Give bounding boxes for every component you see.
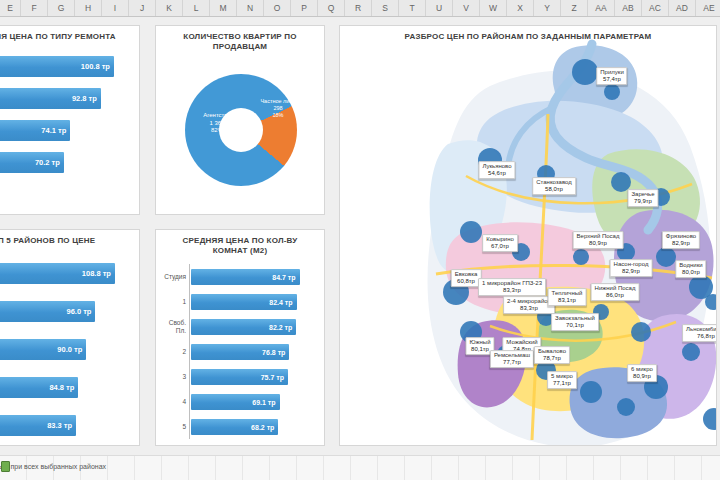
bar-row: 96.0 тр (0, 292, 129, 330)
category-label: Студия (162, 273, 189, 280)
bottom-grid-strip: только при всех выбранных районах (0, 455, 720, 480)
map-bubble (604, 84, 620, 100)
bar-row: Студия84.7 тр (162, 264, 314, 289)
column-header-T[interactable]: T (399, 0, 426, 16)
bar-row: 84.8 тр (0, 368, 129, 406)
bar: 68.2 тр (191, 419, 278, 435)
bar-row: Своб. Пл.82.2 тр (162, 314, 314, 339)
map-district-label: 6 микро80,9тр (627, 364, 657, 382)
map-bubble (631, 322, 651, 342)
chart-title: СРЕДНЯЯ ЦЕНА ПО ТИПУ РЕМОНТА (0, 32, 139, 42)
bar: 90.0 тр (0, 339, 86, 360)
sheet-area[interactable]: СРЕДНЯЯ ЦЕНА ПО ТИПУ РЕМОНТА 100.8 тр92.… (0, 17, 720, 480)
bar: 82.4 тр (191, 294, 297, 310)
column-header-AE[interactable]: AE (696, 0, 720, 16)
bar-row: 100.8 тр (0, 50, 129, 82)
column-header-AD[interactable]: AD (669, 0, 696, 16)
column-header-E[interactable]: E (0, 0, 21, 16)
column-headers: EFGHIJKLMNOPQRSTUVWXYZAAABACADAE (0, 0, 720, 17)
bar-row: 108.8 тр (0, 254, 129, 292)
bar-row: 469.1 тр (162, 389, 314, 414)
green-marker-icon (1, 461, 10, 472)
map-district-label: Насон-город82,9тр (610, 259, 653, 277)
bar: 84.8 тр (0, 377, 78, 398)
segment-label-private: Частное лицо 298 18% (259, 98, 297, 119)
bar-row: 375.7 тр (162, 364, 314, 389)
column-header-V[interactable]: V (453, 0, 480, 16)
map-district-label: Нижний Посад86,0тр (591, 283, 640, 301)
bar-value-label: 84.7 тр (272, 273, 295, 280)
map-bubble (617, 398, 635, 416)
bar-value-label: 82.4 тр (269, 298, 292, 305)
column-header-I[interactable]: I (102, 0, 129, 16)
donut-chart: Агентство 1 367 82% Частное лицо 298 18% (185, 74, 297, 186)
chart-price-by-rooms[interactable]: СРЕДНЯЯ ЦЕНА ПО КОЛ-ВУ КОМНАТ (М2) Студи… (155, 229, 325, 446)
bar-row: 90.0 тр (0, 330, 129, 368)
column-header-G[interactable]: G (48, 0, 75, 16)
bar-value-label: 83.3 тр (47, 421, 72, 430)
column-header-F[interactable]: F (21, 0, 48, 16)
bar-plot: 108.8 тр96.0 тр90.0 тр84.8 тр83.3 тр (0, 246, 139, 444)
column-header-O[interactable]: O (264, 0, 291, 16)
column-header-Z[interactable]: Z (561, 0, 588, 16)
map-bubble (682, 343, 700, 361)
bar-plot: 100.8 тр92.8 тр74.1 тр70.2 тр (0, 42, 139, 178)
column-header-R[interactable]: R (345, 0, 372, 16)
map-district-label: Евковка60,8тр (451, 269, 482, 287)
chart-repair-price[interactable]: СРЕДНЯЯ ЦЕНА ПО ТИПУ РЕМОНТА 100.8 тр92.… (0, 25, 140, 215)
column-header-N[interactable]: N (237, 0, 264, 16)
chart-title: КОЛИЧЕСТВО КВАРТИР ПО ПРОДАВЦАМ (156, 32, 324, 52)
bar: 83.3 тр (0, 415, 76, 436)
column-header-P[interactable]: P (291, 0, 318, 16)
chart-top5-districts[interactable]: ТОП 5 РАЙОНОВ ПО ЦЕНЕ 108.8 тр96.0 тр90.… (0, 229, 140, 446)
bar: 76.8 тр (191, 344, 289, 360)
map-bubble (460, 221, 482, 243)
map-bubble (656, 247, 676, 267)
map-district-label: 1 микрорайон ГПЗ-2383,3тр (478, 278, 546, 296)
bar: 75.7 тр (191, 369, 288, 385)
bar: 70.2 тр (0, 152, 64, 173)
bar-value-label: 92.8 тр (72, 94, 97, 103)
column-header-J[interactable]: J (129, 0, 156, 16)
bar-plot: Студия84.7 тр182.4 трСвоб. Пл.82.2 тр276… (156, 256, 324, 439)
column-header-AA[interactable]: AA (588, 0, 615, 16)
map-bubble (705, 294, 717, 310)
map-district-label: Верхний Посад80,9тр (573, 231, 624, 249)
column-header-K[interactable]: K (156, 0, 183, 16)
bar-value-label: 90.0 тр (57, 345, 82, 354)
column-header-M[interactable]: M (210, 0, 237, 16)
category-label: 1 (162, 298, 189, 305)
bar: 82.2 тр (191, 319, 296, 335)
column-header-Q[interactable]: Q (318, 0, 345, 16)
column-header-H[interactable]: H (75, 0, 102, 16)
map-bubble (573, 249, 589, 265)
bar: 84.7 тр (191, 269, 300, 285)
category-label: Своб. Пл. (162, 319, 189, 333)
column-header-S[interactable]: S (372, 0, 399, 16)
bar-row: 568.2 тр (162, 414, 314, 439)
chart-sellers-donut[interactable]: КОЛИЧЕСТВО КВАРТИР ПО ПРОДАВЦАМ Агентств… (155, 25, 325, 215)
bar-value-label: 70.2 тр (35, 158, 60, 167)
map-district-label: Бывалово78,7тр (534, 346, 570, 364)
chart-title: ТОП 5 РАЙОНОВ ПО ЦЕНЕ (0, 236, 139, 246)
map-overlay-layer: Прилуки57,4трЛукьяново54,6трСтанкозавод5… (340, 26, 716, 445)
column-header-AB[interactable]: AB (615, 0, 642, 16)
bar: 100.8 тр (0, 56, 114, 77)
column-header-X[interactable]: X (507, 0, 534, 16)
bar-row: 83.3 тр (0, 406, 129, 444)
map-district-label: Водники80,0тр (675, 260, 706, 278)
excel-window: EFGHIJKLMNOPQRSTUVWXYZAAABACADAE СРЕДНЯЯ… (0, 0, 720, 480)
chart-price-map[interactable]: РАЗБРОС ЦЕН ПО РАЙОНАМ ПО ЗАДАННЫМ ПАРАМ… (339, 25, 717, 446)
column-header-L[interactable]: L (183, 0, 210, 16)
column-header-Y[interactable]: Y (534, 0, 561, 16)
bar-value-label: 108.8 тр (82, 269, 111, 278)
map-bubble (580, 381, 602, 403)
column-header-W[interactable]: W (480, 0, 507, 16)
map-district-label: Завокзальный70,1тр (551, 313, 599, 331)
bar: 96.0 тр (0, 301, 95, 322)
category-label: 4 (162, 398, 189, 405)
map-bubble (572, 59, 598, 85)
column-header-AC[interactable]: AC (642, 0, 669, 16)
chart-title: РАЗБРОС ЦЕН ПО РАЙОНАМ ПО ЗАДАННЫМ ПАРАМ… (340, 32, 716, 42)
column-header-U[interactable]: U (426, 0, 453, 16)
